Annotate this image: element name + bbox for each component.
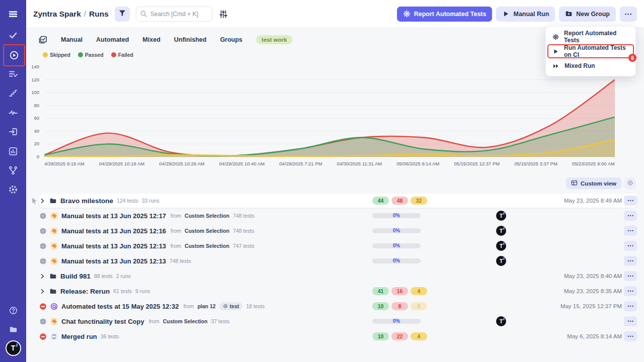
failed-count-badge: 22	[391, 332, 408, 340]
view-settings-button[interactable]	[624, 177, 636, 189]
row-more-button[interactable]: ⋯	[624, 331, 637, 341]
sidebar-item-suites-list[interactable]	[3, 64, 23, 84]
x-tick: 05/15/2025 3:37 PM	[514, 161, 557, 166]
sidebar-item-tests-check[interactable]	[3, 25, 23, 45]
report-automated-tests-button[interactable]: Report Automated Tests	[397, 7, 493, 22]
run-title[interactable]: Manual tests at 13 Jun 2025 12:17	[61, 212, 166, 220]
run-source[interactable]: plan 12	[197, 303, 215, 309]
run-row: Chat functinality test CopyfromCustom Se…	[26, 314, 644, 329]
tests-count: 36 tests	[101, 333, 119, 339]
menu-item-label: Run Automated Tests on CI	[564, 44, 629, 58]
assignee-avatar[interactable]: T	[496, 316, 506, 326]
folder-icon	[49, 288, 57, 295]
row-main: Manual tests at 13 Jun 2025 12:16fromCus…	[39, 223, 254, 238]
run-source[interactable]: Custom Selection	[185, 213, 229, 219]
menu-item-0[interactable]: Report Automated Tests	[546, 30, 635, 43]
tab-mixed[interactable]: Mixed	[142, 36, 160, 43]
report-tests-icon	[403, 10, 411, 18]
progress-value: 0%	[372, 228, 421, 233]
row-main: Build 98188 tests2 runs	[39, 268, 131, 284]
sidebar-item-help[interactable]	[3, 302, 23, 318]
assignee-avatar[interactable]: T	[496, 256, 506, 266]
menu-item-1[interactable]: Run Automated Tests on CI8	[547, 44, 634, 58]
sidebar-item-branch[interactable]	[3, 160, 23, 180]
row-more-button[interactable]: ⋯	[624, 271, 637, 281]
run-date: May 23, 2025 8:35 AM	[564, 288, 622, 294]
group-title[interactable]: Build 981	[60, 273, 91, 280]
failed-count-badge: 8	[391, 302, 408, 310]
sidebar-item-steps[interactable]	[3, 83, 23, 103]
menu-item-2[interactable]: Mixed Run	[546, 59, 635, 72]
x-tick: 04/29/2025 10:29 AM	[159, 161, 204, 166]
result-badges: 10224	[372, 332, 427, 340]
run-source[interactable]: Custom Selection	[163, 318, 208, 324]
sidebar-item-pulse[interactable]	[3, 103, 23, 123]
run-date: May 23, 2025 8:49 AM	[564, 198, 622, 204]
row-more-button[interactable]: ⋯	[624, 256, 637, 266]
row-more-button[interactable]: ⋯	[624, 286, 637, 296]
tab-automated[interactable]: Automated	[96, 36, 129, 43]
result-badges: 1080	[372, 302, 427, 310]
import-icon	[8, 127, 18, 137]
tab-manual[interactable]: Manual	[61, 36, 83, 43]
run-title[interactable]: Manual tests at 13 Jun 2025 12:13	[61, 257, 166, 265]
row-main: Chat functinality test CopyfromCustom Se…	[39, 314, 229, 329]
legend-item-passed: Passed	[78, 52, 104, 58]
row-more-button[interactable]: ⋯	[624, 316, 637, 326]
row-more-button[interactable]: ⋯	[624, 211, 637, 221]
progress-bar: 0%	[372, 258, 421, 263]
row-more-button[interactable]: ⋯	[624, 226, 637, 236]
group-meta: 61 tests	[113, 288, 132, 294]
breadcrumb-project[interactable]: Zyntra Spark	[33, 10, 81, 18]
runs-play-icon	[9, 50, 19, 60]
manual-run-button[interactable]: Manual Run	[496, 7, 555, 22]
run-source[interactable]: Custom Selection	[185, 243, 229, 249]
row-more-button[interactable]: ⋯	[624, 301, 637, 311]
sidebar-logo[interactable]: T	[3, 340, 23, 356]
x-tick: 4/28/2025 9:19 AM	[44, 161, 85, 166]
chevron-right-icon[interactable]	[39, 198, 46, 204]
select-all-icon[interactable]	[38, 35, 47, 44]
tests-count: 37 tests	[211, 318, 229, 324]
report-tests-icon	[552, 34, 559, 40]
chevron-right-icon[interactable]	[39, 288, 46, 295]
run-title[interactable]: Manual tests at 13 Jun 2025 12:16	[61, 227, 166, 235]
row-more-button[interactable]: ⋯	[624, 196, 637, 206]
run-title[interactable]: Automated tests at 15 May 2025 12:32	[61, 303, 179, 310]
breadcrumb-page: Runs	[89, 10, 109, 18]
group-meta: 124 tests	[117, 198, 138, 204]
row-more-button[interactable]: ⋯	[624, 241, 637, 251]
run-title[interactable]: Manual tests at 13 Jun 2025 12:13	[61, 242, 166, 250]
more-actions-button[interactable]: ⋯	[620, 7, 637, 22]
sidebar-item-projects-folder[interactable]	[3, 321, 23, 337]
header-actions: Report Automated Tests Manual Run New Gr…	[397, 7, 637, 22]
custom-view-button[interactable]: Custom view	[566, 177, 621, 189]
sidebar-item-analytics[interactable]	[3, 141, 23, 161]
sidebar-item-import[interactable]	[3, 122, 23, 142]
run-row: Automated tests at 15 May 2025 12:32from…	[26, 299, 644, 314]
sidebar-item-runs-play[interactable]	[3, 44, 25, 66]
run-title[interactable]: Merged run	[61, 333, 97, 340]
tab-unfinished[interactable]: Unfinished	[174, 36, 207, 43]
y-tick: 80	[26, 103, 39, 108]
skipped-count-badge: 32	[411, 197, 427, 205]
sliders-icon[interactable]	[218, 9, 228, 19]
assignee-avatar[interactable]: T	[496, 241, 506, 251]
run-source[interactable]: Custom Selection	[185, 228, 229, 234]
sidebar-item-hamburger-menu[interactable]	[3, 4, 23, 24]
assignee-avatar[interactable]: T	[496, 226, 506, 236]
group-title[interactable]: Release: Rerun	[60, 288, 110, 295]
group-meta: 33 runs	[142, 198, 159, 204]
from-label: from	[171, 228, 181, 234]
assignee-avatar[interactable]: T	[496, 211, 506, 221]
sidebar-item-settings-gear[interactable]	[3, 179, 23, 200]
filter-tag-badge[interactable]: test work	[256, 35, 293, 44]
y-tick: 60	[26, 115, 39, 121]
filter-button[interactable]	[115, 7, 130, 22]
new-group-button[interactable]: New Group	[559, 7, 616, 22]
chevron-right-icon[interactable]	[39, 273, 46, 280]
group-title[interactable]: Bravo milestone	[60, 197, 113, 205]
run-tag[interactable]: test	[219, 302, 243, 310]
tab-groups[interactable]: Groups	[220, 36, 242, 43]
run-title[interactable]: Chat functinality test Copy	[61, 318, 144, 325]
